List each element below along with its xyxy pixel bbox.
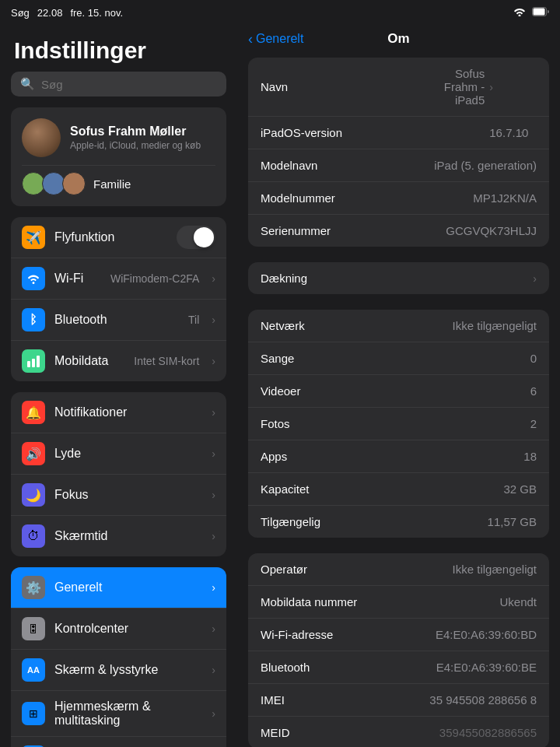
fotos-label: Fotos bbox=[261, 417, 290, 430]
notifikationer-label: Notifikationer bbox=[54, 405, 199, 419]
hjemmeskaerm-chevron: › bbox=[212, 707, 215, 720]
notifikationer-icon: 🔔 bbox=[22, 401, 45, 424]
notifikationer-chevron: › bbox=[212, 406, 215, 419]
sidebar-item-lyde[interactable]: 🔊 Lyde › bbox=[11, 433, 226, 475]
tilgaengelig-label: Tilgængelig bbox=[261, 515, 320, 528]
wifi-label: Wi-Fi bbox=[54, 272, 101, 286]
time: 22.08 bbox=[37, 7, 63, 19]
mobildata-chevron: › bbox=[212, 355, 215, 367]
flyfunktion-toggle[interactable] bbox=[177, 226, 215, 249]
nav-bar: ‹ Generelt Om bbox=[237, 25, 560, 53]
bluetooth-icon: ᛒ bbox=[22, 308, 45, 331]
generelt-label: Generelt bbox=[54, 580, 199, 594]
storage-info-group: Netværk Ikke tilgængeligt Sange 0 Videoe… bbox=[248, 310, 549, 538]
skaerm-icon: AA bbox=[22, 658, 45, 682]
fotos-value: 2 bbox=[530, 417, 537, 430]
network-details-group: Operatør Ikke tilgængeligt Mobildata num… bbox=[248, 553, 549, 747]
search-bar[interactable]: 🔍 bbox=[11, 72, 226, 96]
info-row-meid: MEID 359455082886565 bbox=[248, 717, 549, 747]
sidebar-item-notifikationer[interactable]: 🔔 Notifikationer › bbox=[11, 392, 226, 433]
operatoer-value: Ikke tilgængeligt bbox=[453, 563, 537, 576]
skaermtid-label: Skærmtid bbox=[54, 529, 199, 543]
info-row-netvaerk: Netværk Ikke tilgængeligt bbox=[248, 310, 549, 342]
sange-label: Sange bbox=[261, 352, 294, 365]
svg-rect-2 bbox=[27, 361, 30, 367]
info-row-wifi-addr: Wi-Fi-adresse E4:E0:A6:39:60:BD bbox=[248, 619, 549, 651]
modelnavn-label: Modelnavn bbox=[261, 159, 317, 172]
sidebar-item-bluetooth[interactable]: ᛒ Bluetooth Til › bbox=[11, 300, 226, 341]
info-row-operatoer: Operatør Ikke tilgængeligt bbox=[248, 553, 549, 586]
svg-rect-4 bbox=[37, 356, 40, 367]
sidebar-item-hjemmeskaerm[interactable]: ⊞ Hjemmeskærm & multitasking › bbox=[11, 691, 226, 737]
mobildata-value: Intet SIM-kort bbox=[134, 355, 199, 367]
ipados-value: 16.7.10 bbox=[489, 126, 515, 139]
sidebar-item-tilgaengelighed[interactable]: ♿ Tilgængelighed › bbox=[11, 737, 226, 747]
info-row-ipados[interactable]: iPadOS-version 16.7.10 › bbox=[248, 117, 549, 149]
info-row-tilgaengelig: Tilgængelig 11,57 GB bbox=[248, 506, 549, 538]
mobildata-label: Mobildata bbox=[54, 354, 124, 368]
search-icon: 🔍 bbox=[20, 77, 35, 91]
wifi-chevron: › bbox=[212, 272, 215, 285]
bluetooth-chevron: › bbox=[212, 314, 215, 326]
navn-value: Sofus Frahm - iPad5 bbox=[422, 67, 485, 107]
sidebar-item-skaermtid[interactable]: ⏱ Skærmtid › bbox=[11, 516, 226, 556]
info-row-bluetooth-addr: Bluetooth E4:E0:A6:39:60:BE bbox=[248, 651, 549, 684]
carrier: Søg bbox=[11, 7, 30, 19]
kontrolcenter-label: Kontrolcenter bbox=[54, 622, 199, 636]
right-content: Navn Sofus Frahm - iPad5 › iPadOS-versio… bbox=[237, 53, 560, 747]
nav-back-button[interactable]: ‹ Generelt bbox=[248, 31, 303, 47]
apps-label: Apps bbox=[261, 450, 287, 463]
profile-name: Sofus Frahm Møller bbox=[70, 124, 201, 139]
wifi-settings-icon bbox=[22, 267, 45, 290]
info-row-navn[interactable]: Navn Sofus Frahm - iPad5 › bbox=[248, 58, 549, 117]
sidebar-item-generelt[interactable]: ⚙️ Generelt › bbox=[11, 567, 226, 608]
search-input[interactable] bbox=[41, 78, 217, 91]
avatar bbox=[22, 118, 61, 157]
modelnummer-label: Modelnummer bbox=[261, 191, 335, 205]
wifi-addr-value: E4:E0:A6:39:60:BD bbox=[436, 628, 537, 641]
flyfunktion-label: Flyfunktion bbox=[54, 230, 167, 244]
sidebar-item-fokus[interactable]: 🌙 Fokus › bbox=[11, 475, 226, 516]
info-row-mobildata-nr: Mobildata nummer Ukendt bbox=[248, 586, 549, 619]
profile-subtitle: Apple-id, iCloud, medier og køb bbox=[70, 140, 201, 151]
wifi-icon bbox=[513, 7, 526, 19]
sidebar-item-mobildata[interactable]: Mobildata Intet SIM-kort › bbox=[11, 341, 226, 381]
profile-top: Sofus Frahm Møller Apple-id, iCloud, med… bbox=[22, 118, 215, 157]
wifi-addr-label: Wi-Fi-adresse bbox=[261, 628, 333, 641]
imei-label: IMEI bbox=[261, 693, 285, 707]
svg-rect-3 bbox=[32, 359, 35, 367]
left-panel: Indstillinger 🔍 Sofus Frahm Møller Apple… bbox=[0, 25, 237, 747]
nav-title: Om bbox=[387, 31, 409, 47]
info-row-daekning[interactable]: Dækning › bbox=[248, 262, 549, 294]
lyde-icon: 🔊 bbox=[22, 442, 45, 465]
sidebar-item-kontrolcenter[interactable]: 🎛 Kontrolcenter › bbox=[11, 608, 226, 650]
ipados-label: iPadOS-version bbox=[261, 126, 342, 139]
profile-info: Sofus Frahm Møller Apple-id, iCloud, med… bbox=[70, 124, 201, 151]
fokus-icon: 🌙 bbox=[22, 483, 45, 507]
kapacitet-value: 32 GB bbox=[503, 482, 537, 496]
bluetooth-addr-value: E4:E0:A6:39:60:BE bbox=[436, 661, 537, 674]
skaermtid-chevron: › bbox=[212, 530, 215, 542]
serienummer-label: Serienummer bbox=[261, 224, 331, 237]
fokus-label: Fokus bbox=[54, 488, 199, 502]
settings-title: Indstillinger bbox=[0, 25, 237, 72]
kontrolcenter-icon: 🎛 bbox=[22, 617, 45, 640]
device-info-group: Navn Sofus Frahm - iPad5 › iPadOS-versio… bbox=[248, 58, 549, 247]
hjemmeskaerm-label: Hjemmeskærm & multitasking bbox=[54, 700, 199, 728]
connectivity-group: ✈️ Flyfunktion Wi-Fi WiFimodem-C2FA › bbox=[11, 217, 226, 381]
videoer-value: 6 bbox=[530, 384, 537, 398]
battery-icon bbox=[532, 5, 549, 19]
sidebar-item-skaerm[interactable]: AA Skærm & lysstyrke › bbox=[11, 650, 226, 691]
generelt-icon: ⚙️ bbox=[22, 576, 45, 599]
info-row-videoer: Videoer 6 bbox=[248, 375, 549, 408]
ipados-chevron: › bbox=[520, 127, 524, 139]
family-row[interactable]: Familie bbox=[22, 165, 215, 195]
sidebar-item-flyfunktion[interactable]: ✈️ Flyfunktion bbox=[11, 217, 226, 258]
sidebar-item-wifi[interactable]: Wi-Fi WiFimodem-C2FA › bbox=[11, 258, 226, 300]
modelnummer-value: MP1J2KN/A bbox=[473, 191, 537, 205]
lyde-chevron: › bbox=[212, 447, 215, 460]
profile-card[interactable]: Sofus Frahm Møller Apple-id, iCloud, med… bbox=[11, 107, 226, 206]
navn-chevron: › bbox=[489, 81, 493, 93]
skaerm-label: Skærm & lysstyrke bbox=[54, 663, 199, 677]
navn-label: Navn bbox=[261, 80, 288, 93]
